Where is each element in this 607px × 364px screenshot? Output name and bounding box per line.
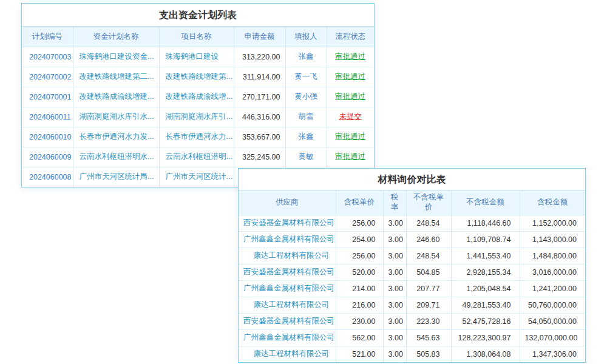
status-badge[interactable]: 审批通过	[327, 87, 374, 107]
supplier-name[interactable]: 康达工程材料有限公司	[239, 248, 336, 264]
plan-id-link[interactable]: 2024070003	[22, 47, 73, 67]
quote-table-row[interactable]: 西安盛器金属材料有限公司 256.00 3.00 248.54 1,118,44…	[239, 215, 585, 231]
price-without-tax: 545.63	[406, 329, 451, 346]
amount-without-tax: 1,118,446.60	[451, 215, 520, 231]
supplier-name[interactable]: 西安盛器金属材料有限公司	[239, 313, 336, 329]
amount-with-tax: 1,484,800.00	[520, 248, 585, 264]
tax-rate: 3.00	[383, 215, 406, 231]
amount-with-tax: 1,143,000.00	[520, 231, 585, 248]
project-name[interactable]: 珠海鹤港口建设	[159, 47, 234, 67]
amount-without-tax: 128,223,300.97	[451, 329, 520, 346]
amount-with-tax: 3,016,000.00	[520, 264, 585, 280]
reporter-name[interactable]: 黄敏	[285, 147, 327, 167]
project-name[interactable]: 长春市伊通河水力...	[159, 127, 234, 147]
plan-table-row[interactable]: 2024070001 改建铁路成渝线增建... 改建铁路成渝线增... 270,…	[22, 87, 374, 107]
fund-plan-name[interactable]: 改建铁路线增建第二...	[73, 67, 159, 87]
plan-table-row[interactable]: 2024060011 湖南洞庭湖水库引水... 湖南洞庭湖水库引... 446,…	[22, 107, 374, 127]
request-amount: 313,220.00	[234, 47, 285, 67]
request-amount: 353,667.00	[234, 127, 285, 147]
reporter-name[interactable]: 黄小强	[285, 87, 327, 107]
amount-with-tax: 50,760,000.00	[520, 297, 585, 313]
status-badge[interactable]: 未提交	[327, 107, 374, 127]
col-header-price-no-tax: 不含税单价	[406, 190, 451, 215]
amount-with-tax: 1,241,200.00	[520, 280, 585, 297]
tax-rate: 3.00	[383, 297, 406, 313]
plan-table-header-row: 计划编号 资金计划名称 项目名称 申请金额 填报人 流程状态	[22, 27, 374, 47]
quote-table-row[interactable]: 西安盛器金属材料有限公司 230.00 3.00 223.30 52,475,7…	[239, 313, 585, 329]
supplier-name[interactable]: 西安盛器金属材料有限公司	[239, 215, 336, 231]
fund-plan-name[interactable]: 珠海鹤港口建设资金...	[73, 47, 159, 67]
material-quote-title: 材料询价对比表	[239, 169, 585, 190]
price-with-tax: 520.00	[336, 264, 383, 280]
plan-id-link[interactable]: 2024060011	[22, 107, 73, 127]
expenditure-plan-panel: 支出资金计划列表 计划编号 资金计划名称 项目名称 申请金额 填报人 流程状态 …	[21, 3, 375, 187]
quote-table-row[interactable]: 广州鑫鑫金属材料有限公司 562.00 3.00 545.63 128,223,…	[239, 329, 585, 346]
project-name[interactable]: 云南水利枢纽潜明...	[159, 147, 234, 167]
fund-plan-name[interactable]: 广州市天河区统计局...	[73, 167, 159, 187]
price-with-tax: 214.00	[336, 280, 383, 297]
col-header-status: 流程状态	[327, 27, 374, 47]
price-without-tax: 248.54	[406, 215, 451, 231]
col-header-plan-id: 计划编号	[22, 27, 73, 47]
supplier-name[interactable]: 康达工程材料有限公司	[239, 297, 336, 313]
project-name[interactable]: 改建铁路成渝线增...	[159, 87, 234, 107]
price-without-tax: 209.71	[406, 297, 451, 313]
plan-table-row[interactable]: 2024060009 云南水利枢纽潜明水... 云南水利枢纽潜明... 325,…	[22, 147, 374, 167]
price-without-tax: 248.54	[406, 248, 451, 264]
status-badge[interactable]: 审批通过	[327, 67, 374, 87]
quote-table-row[interactable]: 康达工程材料有限公司 521.00 3.00 505.83 1,308,064.…	[239, 346, 585, 362]
price-with-tax: 562.00	[336, 329, 383, 346]
project-name[interactable]: 广州市天河区统计...	[159, 167, 234, 187]
plan-id-link[interactable]: 2024070001	[22, 87, 73, 107]
status-badge[interactable]: 审批通过	[327, 147, 374, 167]
col-header-reporter: 填报人	[285, 27, 327, 47]
price-without-tax: 223.30	[406, 313, 451, 329]
col-header-amount: 申请金额	[234, 27, 285, 47]
quote-table-row[interactable]: 广州鑫鑫金属材料有限公司 214.00 3.00 207.77 1,205,04…	[239, 280, 585, 297]
plan-id-text[interactable]: 2024070003	[29, 53, 72, 61]
reporter-name[interactable]: 张鑫	[285, 127, 327, 147]
project-name[interactable]: 湖南洞庭湖水库引...	[159, 107, 234, 127]
request-amount: 446,316.00	[234, 107, 285, 127]
plan-id-link[interactable]: 2024060010	[22, 127, 73, 147]
plan-id-link[interactable]: 2024060008	[22, 167, 73, 187]
fund-plan-name[interactable]: 云南水利枢纽潜明水...	[73, 147, 159, 167]
reporter-name[interactable]: 张鑫	[285, 47, 327, 67]
quote-table-row[interactable]: 康达工程材料有限公司 216.00 3.00 209.71 49,281,553…	[239, 297, 585, 313]
supplier-name[interactable]: 西安盛器金属材料有限公司	[239, 264, 336, 280]
amount-without-tax: 1,109,708.74	[451, 231, 520, 248]
plan-id-link[interactable]: 2024060009	[22, 147, 73, 167]
request-amount: 325,245.00	[234, 147, 285, 167]
quote-table-row[interactable]: 西安盛器金属材料有限公司 520.00 3.00 504.85 2,928,15…	[239, 264, 585, 280]
plan-id-link[interactable]: 2024070002	[22, 67, 73, 87]
project-name[interactable]: 改建铁路线增建第...	[159, 67, 234, 87]
material-quote-panel: 材料询价对比表 供应商 含税单价 税率 不含税单价 不含税金额 含税金额 西安盛…	[238, 168, 586, 363]
material-quote-table: 供应商 含税单价 税率 不含税单价 不含税金额 含税金额 西安盛器金属材料有限公…	[239, 190, 585, 362]
price-without-tax: 246.60	[406, 231, 451, 248]
fund-plan-name[interactable]: 长春市伊通河水力发...	[73, 127, 159, 147]
request-amount: 270,171.00	[234, 87, 285, 107]
plan-table-row[interactable]: 2024070002 改建铁路线增建第二... 改建铁路线增建第... 311,…	[22, 67, 374, 87]
supplier-name[interactable]: 广州鑫鑫金属材料有限公司	[239, 231, 336, 248]
reporter-name[interactable]: 胡雪	[285, 107, 327, 127]
fund-plan-name[interactable]: 改建铁路成渝线增建...	[73, 87, 159, 107]
amount-without-tax: 2,928,155.34	[451, 264, 520, 280]
plan-table-row[interactable]: 2024070003 珠海鹤港口建设资金... 珠海鹤港口建设 313,220.…	[22, 47, 374, 67]
col-header-price-tax: 含税单价	[336, 190, 383, 215]
tax-rate: 3.00	[383, 264, 406, 280]
price-with-tax: 256.00	[336, 215, 383, 231]
reporter-name[interactable]: 黄一飞	[285, 67, 327, 87]
price-without-tax: 504.85	[406, 264, 451, 280]
supplier-name[interactable]: 康达工程材料有限公司	[239, 346, 336, 362]
fund-plan-name[interactable]: 湖南洞庭湖水库引水...	[73, 107, 159, 127]
col-header-plan-name: 资金计划名称	[73, 27, 159, 47]
price-with-tax: 256.00	[336, 248, 383, 264]
plan-table-row[interactable]: 2024060010 长春市伊通河水力发... 长春市伊通河水力... 353,…	[22, 127, 374, 147]
status-badge[interactable]: 审批通过	[327, 127, 374, 147]
quote-table-row[interactable]: 广州鑫鑫金属材料有限公司 254.00 3.00 246.60 1,109,70…	[239, 231, 585, 248]
status-badge[interactable]: 审批通过	[327, 47, 374, 67]
supplier-name[interactable]: 广州鑫鑫金属材料有限公司	[239, 329, 336, 346]
supplier-name[interactable]: 广州鑫鑫金属材料有限公司	[239, 280, 336, 297]
amount-without-tax: 1,441,553.40	[451, 248, 520, 264]
quote-table-row[interactable]: 康达工程材料有限公司 256.00 3.00 248.54 1,441,553.…	[239, 248, 585, 264]
